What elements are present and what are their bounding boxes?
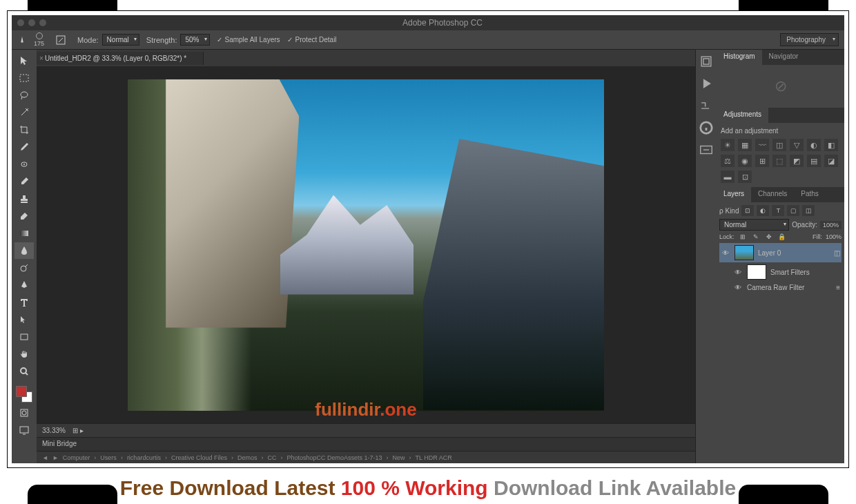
status-icon[interactable]: ⊞ ▸ xyxy=(72,427,84,434)
mode-select[interactable]: Normal xyxy=(102,34,139,46)
canvas[interactable]: fullindir.one xyxy=(37,66,695,423)
dodge-tool-icon[interactable] xyxy=(14,260,34,276)
path-tool-icon[interactable] xyxy=(14,311,34,328)
gradient-tool-icon[interactable] xyxy=(14,225,34,242)
filter-row[interactable]: 👁 Camera Raw Filter ≡ xyxy=(719,282,842,293)
filter-pixel-icon[interactable]: ⊡ xyxy=(741,205,754,216)
fill-value[interactable]: 100% xyxy=(826,233,842,240)
filter-shape-icon[interactable]: ▢ xyxy=(787,205,799,216)
sample-all-layers-checkbox[interactable]: Sample All Layers xyxy=(217,36,280,43)
mask-thumbnail[interactable] xyxy=(747,264,766,280)
tab-layers[interactable]: Layers xyxy=(717,187,751,202)
foreground-color-swatch[interactable] xyxy=(16,386,27,397)
visibility-icon[interactable]: 👁 xyxy=(733,284,743,291)
filter-type-icon[interactable]: T xyxy=(772,205,784,216)
mini-bridge-tab[interactable]: Mini Bridge xyxy=(37,437,695,451)
maximize-icon[interactable] xyxy=(39,19,46,26)
close-tab-icon[interactable]: × xyxy=(39,55,43,62)
smart-filters-row[interactable]: 👁 Smart Filters xyxy=(719,262,842,282)
protect-detail-checkbox[interactable]: Protect Detail xyxy=(287,36,337,43)
vibrance-icon[interactable]: ▽ xyxy=(790,139,804,151)
tab-histogram[interactable]: Histogram xyxy=(717,50,762,65)
screenmode-icon[interactable] xyxy=(14,422,34,438)
lock-trans-icon[interactable]: ⊞ xyxy=(738,233,748,240)
visibility-icon[interactable]: 👁 xyxy=(721,249,730,257)
hue-icon[interactable]: ◐ xyxy=(807,139,821,151)
lock-all-icon[interactable]: 🔒 xyxy=(777,233,787,240)
history-icon[interactable] xyxy=(699,98,714,113)
lasso-tool-icon[interactable] xyxy=(14,87,34,104)
window-controls[interactable] xyxy=(17,19,46,26)
hand-tool-icon[interactable] xyxy=(14,346,34,362)
add-adjustment-label: Add an adjustment xyxy=(721,127,840,135)
lock-pixel-icon[interactable]: ✎ xyxy=(751,233,761,240)
photo-filter-icon[interactable]: ◉ xyxy=(738,155,752,167)
properties-icon[interactable] xyxy=(699,142,714,157)
shape-tool-icon[interactable] xyxy=(14,329,34,345)
image-content xyxy=(280,195,414,295)
filter-adj-icon[interactable]: ◐ xyxy=(757,205,769,216)
blur-tool-icon[interactable] xyxy=(14,242,34,259)
tab-adjustments[interactable]: Adjustments xyxy=(717,108,768,123)
type-tool-icon[interactable] xyxy=(14,294,34,311)
stamp-tool-icon[interactable] xyxy=(14,191,34,207)
brush-size-picker[interactable]: 175 xyxy=(34,32,44,47)
brush-panel-icon[interactable] xyxy=(51,32,70,48)
selective-icon[interactable]: ⊡ xyxy=(738,171,752,183)
balance-icon[interactable]: ⚖ xyxy=(721,155,735,167)
play-icon[interactable] xyxy=(699,76,714,91)
filter-smart-icon[interactable]: ◫ xyxy=(802,205,815,216)
document-tab[interactable]: × Untitled_HDR2 @ 33.3% (Layer 0, RGB/32… xyxy=(37,52,204,65)
exposure-icon[interactable]: ◫ xyxy=(772,139,786,151)
brightness-icon[interactable]: ☀ xyxy=(721,139,735,151)
visibility-icon[interactable]: 👁 xyxy=(733,269,743,276)
mixer-icon[interactable]: ⊞ xyxy=(755,155,769,167)
lock-pos-icon[interactable]: ✥ xyxy=(764,233,774,240)
threshold-icon[interactable]: ◪ xyxy=(824,155,838,167)
info-icon[interactable] xyxy=(699,120,714,135)
lookup-icon[interactable]: ⬚ xyxy=(772,155,786,167)
tab-navigator[interactable]: Navigator xyxy=(762,50,806,65)
invert-icon[interactable]: ◩ xyxy=(790,155,804,167)
minimize-icon[interactable] xyxy=(28,19,35,26)
panel-icon[interactable] xyxy=(699,54,714,69)
layer-name[interactable]: Layer 0 xyxy=(758,249,830,257)
levels-icon[interactable]: ▦ xyxy=(738,139,752,151)
filter-name[interactable]: Camera Raw Filter xyxy=(747,284,832,291)
zoom-tool-icon[interactable] xyxy=(14,363,34,380)
marquee-tool-icon[interactable] xyxy=(14,70,34,86)
wand-tool-icon[interactable] xyxy=(14,104,34,121)
kind-filter[interactable]: ρ Kind xyxy=(719,207,739,215)
forward-icon[interactable]: ► xyxy=(52,454,59,461)
tab-channels[interactable]: Channels xyxy=(751,187,794,202)
opacity-value[interactable]: 100% xyxy=(820,221,842,229)
layer-row[interactable]: 👁 Layer 0 ◫ xyxy=(719,243,842,262)
close-icon[interactable] xyxy=(17,19,24,26)
bw-icon[interactable]: ◧ xyxy=(824,139,838,151)
breadcrumb[interactable]: ◄ ► Computer› Users› richardcurtis› Crea… xyxy=(37,451,695,463)
tool-preset-icon[interactable] xyxy=(17,35,27,45)
svg-point-9 xyxy=(22,411,26,415)
healing-tool-icon[interactable] xyxy=(14,156,34,173)
pen-tool-icon[interactable] xyxy=(14,277,34,293)
posterize-icon[interactable]: ▤ xyxy=(807,155,821,167)
eyedropper-tool-icon[interactable] xyxy=(14,139,34,155)
filter-options-icon[interactable]: ≡ xyxy=(836,284,840,291)
blend-mode-select[interactable]: Normal xyxy=(719,219,789,231)
layer-thumbnail[interactable] xyxy=(735,245,754,260)
crop-tool-icon[interactable] xyxy=(14,122,34,138)
workspace-switcher[interactable]: Photography xyxy=(780,33,839,46)
strength-select[interactable]: 50% xyxy=(180,34,209,46)
tab-paths[interactable]: Paths xyxy=(794,187,826,202)
move-tool-icon[interactable] xyxy=(14,52,34,69)
watermark-text: fullindir.one xyxy=(315,399,416,420)
quickmask-icon[interactable] xyxy=(14,405,34,421)
brush-tool-icon[interactable] xyxy=(14,173,34,190)
zoom-level[interactable]: 33.33% xyxy=(42,427,66,434)
eraser-tool-icon[interactable] xyxy=(14,208,34,224)
curves-icon[interactable]: 〰 xyxy=(755,139,769,151)
svg-rect-6 xyxy=(21,334,28,340)
back-icon[interactable]: ◄ xyxy=(42,454,48,461)
color-swatches[interactable] xyxy=(14,385,34,404)
gradient-map-icon[interactable]: ▬ xyxy=(721,171,735,183)
